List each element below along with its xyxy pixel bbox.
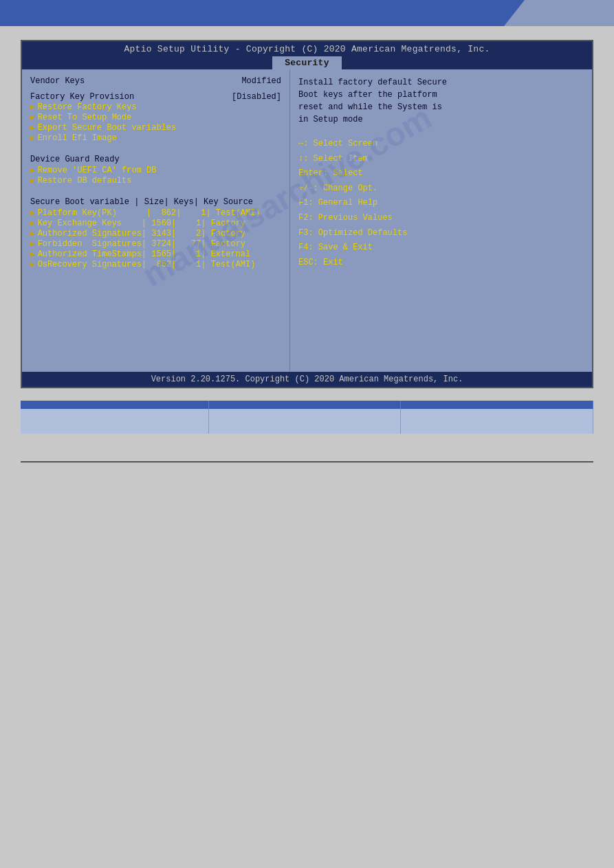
bottom-table-col-0 [21,401,208,409]
key-label-enter: Enter: Select [298,166,388,181]
menu-label-enroll-efi: Enroll Efi Image [38,133,117,143]
key-f2: F2: Previous Values [298,211,584,226]
menu-item-export-secure[interactable]: ▶ Export Secure Boot variables [30,123,281,133]
bottom-section [21,401,593,434]
arrow-icon-restore-db: ▶ [30,176,35,185]
arrow-icon-osrecovery: ▶ [30,260,35,269]
secure-boot-row-text-0: Platform Key(PK) | 862| 1| Test(AMI) [38,208,261,218]
menu-item-restore-factory[interactable]: ▶ Restore Factory Keys [30,102,281,112]
key-label-f1: F1: General Help [298,196,388,211]
secure-boot-table-header: Secure Boot variable | Size| Keys| Key S… [30,197,281,207]
vendor-keys-value: Modified [241,76,281,86]
arrow-icon-kek: ▶ [30,219,35,227]
key-label-esc: ESC: Exit [298,256,388,271]
key-f3: F3: Optimized Defaults [298,226,584,241]
menu-label-export-secure: Export Secure Boot variables [38,123,177,133]
menu-item-remove-uefi[interactable]: ▶ Remove 'UEFI CA' from DB [30,166,281,175]
secure-boot-header-text: Secure Boot variable | Size| Keys| Key S… [30,197,253,207]
navigation-keys: ↔: Select Screen ↕: Select Item Enter: S… [298,137,584,270]
top-bar-accent [504,0,614,26]
device-guard-label: Device Guard Ready [30,155,281,164]
vendor-keys-row: Vendor Keys Modified [30,76,281,86]
secure-boot-row-text-4: Authorized TimeStamps| 1565| 1| External [38,249,251,259]
key-f4: F4: Save & Exit [298,241,584,256]
menu-label-reset-setup: Reset To Setup Mode [38,113,132,122]
bottom-table-col-1 [208,401,401,409]
help-line-0: Install factory default Secure [298,76,584,89]
key-select-screen: ↔: Select Screen [298,137,584,152]
bios-left-panel: Vendor Keys Modified Factory Key Provisi… [22,69,290,372]
bottom-table-col-2 [401,401,593,409]
bios-footer-text: Version 2.20.1275. Copyright (C) 2020 Am… [151,375,463,384]
help-line-3: in Setup mode [298,113,584,126]
secure-boot-row-2[interactable]: ▶ Authorized Signatures| 3143| 2| Factor… [30,229,281,238]
key-label-change-opt: +/-: Change Opt. [298,181,388,197]
secure-boot-row-0[interactable]: ▶ Platform Key(PK) | 862| 1| Test(AMI) [30,208,281,218]
key-change-opt: +/-: Change Opt. [298,181,584,197]
key-label-f2: F2: Previous Values [298,211,393,226]
bios-title-bar: Aptio Setup Utility - Copyright (C) 2020… [22,41,592,69]
arrow-icon-remove-uefi: ▶ [30,166,35,175]
bios-right-panel: Install factory default Secure Boot keys… [290,69,592,372]
bottom-table-row-0 [21,409,593,434]
factory-key-provision-value: [Disabled] [232,92,281,102]
secure-boot-row-text-1: Key Exchange Keys | 1560| 1| Factory [38,219,245,228]
secure-boot-row-text-3: Forbidden Signatures| 3724| 77| Factory [38,239,245,249]
arrow-icon-restore-factory: ▶ [30,102,35,111]
help-line-2: reset and while the System is [298,101,584,113]
arrow-icon-enroll-efi: ▶ [30,133,35,142]
menu-item-reset-setup[interactable]: ▶ Reset To Setup Mode [30,113,281,122]
key-enter: Enter: Select [298,166,584,181]
bios-title: Aptio Setup Utility - Copyright (C) 2020… [124,44,490,54]
top-bar [0,0,614,26]
factory-key-provision-label: Factory Key Provision [30,92,134,102]
key-select-item: ↕: Select Item [298,152,584,167]
key-label-f4: F4: Save & Exit [298,241,388,256]
secure-boot-row-1[interactable]: ▶ Key Exchange Keys | 1560| 1| Factory [30,219,281,228]
menu-label-restore-factory: Restore Factory Keys [38,102,137,112]
key-label-f3: F3: Optimized Defaults [298,226,407,241]
menu-item-restore-db[interactable]: ▶ Restore DB defaults [30,176,281,186]
arrow-icon-reset-setup: ▶ [30,113,35,122]
secure-boot-row-text-2: Authorized Signatures| 3143| 2| Factory [38,229,245,238]
arrow-icon-auth-ts: ▶ [30,249,35,258]
menu-item-enroll-efi[interactable]: ▶ Enroll Efi Image [30,133,281,143]
bottom-table-cell-0-2 [401,409,593,434]
arrow-icon-forbidden: ▶ [30,239,35,248]
key-f1: F1: General Help [298,196,584,211]
secure-boot-row-5[interactable]: ▶ OsRecovery Signatures| 862| 1| Test(AM… [30,260,281,269]
bios-active-tab: Security [272,56,342,69]
vendor-keys-label: Vendor Keys [30,76,85,86]
secure-boot-row-3[interactable]: ▶ Forbidden Signatures| 3724| 77| Factor… [30,239,281,249]
key-esc: ESC: Exit [298,256,584,271]
arrow-icon-pk: ▶ [30,208,35,217]
bottom-table-cell-0-1 [208,409,401,434]
menu-label-remove-uefi: Remove 'UEFI CA' from DB [38,166,157,175]
bottom-table-cell-0-0 [21,409,208,434]
key-label-select-item: ↕: Select Item [298,152,388,167]
key-label-select-screen: ↔: Select Screen [298,137,388,152]
arrow-icon-auth-sig: ▶ [30,229,35,238]
menu-label-restore-db: Restore DB defaults [38,176,132,186]
secure-boot-row-text-5: OsRecovery Signatures| 862| 1| Test(AMI) [38,260,256,269]
help-text-block: Install factory default Secure Boot keys… [298,76,584,126]
arrow-icon-export-secure: ▶ [30,123,35,132]
secure-boot-row-4[interactable]: ▶ Authorized TimeStamps| 1565| 1| Extern… [30,249,281,259]
bios-main: Vendor Keys Modified Factory Key Provisi… [22,69,592,372]
bottom-table [21,401,593,434]
factory-key-provision-row: Factory Key Provision [Disabled] [30,92,281,102]
bios-footer: Version 2.20.1275. Copyright (C) 2020 Am… [22,372,592,387]
bottom-divider [21,461,593,463]
help-line-1: Boot keys after the platform [298,89,584,101]
bios-container: Aptio Setup Utility - Copyright (C) 2020… [21,40,593,388]
bottom-table-header-row [21,401,593,409]
